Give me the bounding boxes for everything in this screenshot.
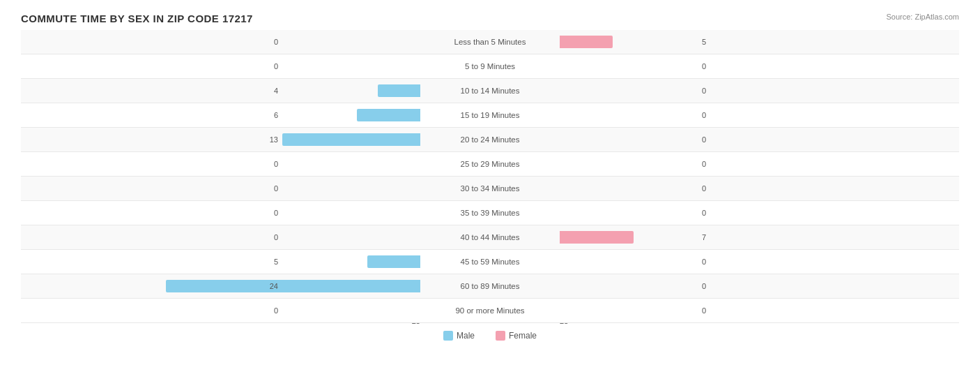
- left-section: 0: [21, 30, 420, 54]
- row-label: 5 to 9 Minutes: [420, 62, 560, 70]
- female-value: 0: [702, 184, 706, 193]
- chart-area: 0Less than 5 Minutes505 to 9 Minutes0410…: [21, 30, 959, 313]
- row-label: 45 to 59 Minutes: [420, 258, 560, 266]
- female-color-box: [496, 331, 505, 341]
- male-value: 0: [274, 38, 278, 46]
- row-label: 10 to 14 Minutes: [420, 87, 560, 95]
- chart-row: 1320 to 24 Minutes0: [21, 128, 959, 152]
- left-section: 13: [21, 128, 420, 151]
- male-value: 5: [274, 258, 278, 266]
- left-section: 0: [21, 152, 420, 176]
- chart-row: 545 to 59 Minutes0: [21, 250, 959, 274]
- left-section: 4: [21, 79, 420, 103]
- left-section: 0: [21, 54, 420, 78]
- row-label: 90 or more Minutes: [420, 306, 560, 315]
- source-label: Source: ZipAtlas.com: [886, 13, 959, 21]
- male-value: 6: [274, 111, 278, 119]
- female-value: 0: [702, 209, 706, 217]
- right-section: 7: [560, 225, 959, 249]
- legend-female-label: Female: [509, 331, 537, 341]
- male-value: 4: [274, 87, 278, 95]
- right-section: 0: [560, 274, 959, 298]
- left-section: 0: [21, 177, 420, 200]
- chart-row: 0Less than 5 Minutes5: [21, 30, 959, 54]
- left-section: 24: [21, 274, 420, 298]
- female-value: 0: [702, 87, 706, 95]
- row-label: Less than 5 Minutes: [420, 38, 560, 46]
- male-value: 0: [274, 209, 278, 217]
- left-section: 0: [21, 225, 420, 249]
- female-bar: [560, 231, 634, 244]
- male-color-box: [443, 331, 453, 341]
- female-value: 0: [702, 282, 706, 290]
- legend-male: Male: [443, 331, 475, 341]
- chart-row: 410 to 14 Minutes0: [21, 79, 959, 103]
- chart-row: 05 to 9 Minutes0: [21, 54, 959, 79]
- right-section: 0: [560, 103, 959, 127]
- chart-row: 040 to 44 Minutes7: [21, 225, 959, 250]
- chart-row: 615 to 19 Minutes0: [21, 103, 959, 128]
- row-label: 25 to 29 Minutes: [420, 160, 560, 168]
- right-section: 0: [560, 128, 959, 151]
- male-value: 0: [274, 306, 278, 315]
- right-section: 0: [560, 79, 959, 103]
- row-label: 60 to 89 Minutes: [420, 282, 560, 290]
- legend: Male Female: [21, 331, 959, 341]
- female-value: 0: [702, 111, 706, 119]
- male-value: 0: [274, 184, 278, 193]
- male-bar: [378, 84, 420, 97]
- left-section: 5: [21, 250, 420, 274]
- chart-row: 090 or more Minutes0: [21, 299, 959, 323]
- male-value: 0: [274, 160, 278, 168]
- chart-row: 025 to 29 Minutes0: [21, 152, 959, 177]
- female-value: 7: [702, 233, 706, 241]
- female-bar: [560, 36, 613, 48]
- female-value: 0: [702, 306, 706, 315]
- row-label: 30 to 34 Minutes: [420, 184, 560, 193]
- row-label: 35 to 39 Minutes: [420, 209, 560, 217]
- female-value: 0: [702, 160, 706, 168]
- legend-female: Female: [496, 331, 537, 341]
- male-value: 0: [274, 233, 278, 241]
- female-value: 5: [702, 38, 706, 46]
- right-section: 0: [560, 177, 959, 200]
- legend-male-label: Male: [457, 331, 475, 341]
- female-value: 0: [702, 135, 706, 144]
- right-section: 0: [560, 152, 959, 176]
- female-value: 0: [702, 62, 706, 70]
- male-bar: [282, 133, 420, 146]
- right-section: 0: [560, 250, 959, 274]
- right-section: 0: [560, 299, 959, 322]
- left-section: 6: [21, 103, 420, 127]
- right-section: 0: [560, 54, 959, 78]
- male-bar: [367, 255, 420, 268]
- male-value: 0: [274, 62, 278, 70]
- male-bar: [357, 109, 420, 121]
- chart-row: 030 to 34 Minutes0: [21, 177, 959, 201]
- chart-row: 035 to 39 Minutes0: [21, 201, 959, 225]
- chart-row: 2460 to 89 Minutes0: [21, 274, 959, 299]
- row-label: 15 to 19 Minutes: [420, 111, 560, 119]
- left-section: 0: [21, 299, 420, 322]
- male-value: 24: [270, 282, 278, 290]
- row-label: 20 to 24 Minutes: [420, 135, 560, 144]
- male-bar: [166, 280, 420, 292]
- right-section: 0: [560, 201, 959, 225]
- male-value: 13: [270, 135, 278, 144]
- row-label: 40 to 44 Minutes: [420, 233, 560, 241]
- female-value: 0: [702, 258, 706, 266]
- left-section: 0: [21, 201, 420, 225]
- chart-title: COMMUTE TIME BY SEX IN ZIP CODE 17217: [21, 13, 959, 24]
- chart-container: COMMUTE TIME BY SEX IN ZIP CODE 17217 So…: [0, 0, 980, 365]
- right-section: 5: [560, 30, 959, 54]
